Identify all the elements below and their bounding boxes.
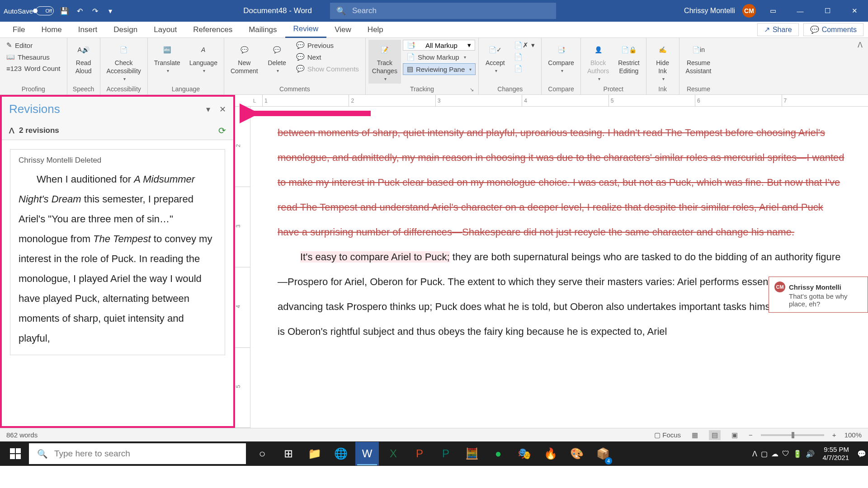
revision-item[interactable]: Chrissy Montelli Deleted When I audition… <box>10 149 225 355</box>
publisher-icon[interactable]: P <box>434 442 458 465</box>
ribbon-display-icon[interactable]: ▭ <box>763 3 783 19</box>
search-box[interactable]: 🔍 Search <box>330 3 556 19</box>
tab-home[interactable]: Home <box>33 22 70 38</box>
close-icon[interactable]: ✕ <box>844 3 864 19</box>
cortana-icon[interactable]: ○ <box>250 442 274 465</box>
tray-notifications-icon[interactable]: 💬 <box>857 450 866 458</box>
minimize-icon[interactable]: — <box>790 3 810 19</box>
check-accessibility-button[interactable]: 📄Check Accessibility <box>103 40 145 84</box>
collapse-ribbon-icon[interactable]: ᐱ <box>852 38 868 94</box>
refresh-icon[interactable]: ⟳ <box>218 125 226 136</box>
comment-card[interactable]: CM Chrissy Montelli That's gotta be why … <box>769 277 868 313</box>
next-change-button[interactable]: 📄 <box>510 63 538 74</box>
zoom-slider[interactable] <box>761 434 824 436</box>
zoom-in-icon[interactable]: + <box>832 431 836 439</box>
translate-button[interactable]: 🔤Translate <box>151 40 184 75</box>
reviewing-pane-button[interactable]: ▤Reviewing Pane <box>403 63 476 75</box>
language-button[interactable]: ALanguage <box>186 40 221 75</box>
accessibility-icon: 📄 <box>116 42 132 58</box>
app-icon-2[interactable]: 🔥 <box>539 442 562 465</box>
tab-file[interactable]: File <box>5 22 33 38</box>
word-count-status[interactable]: 862 words <box>6 431 38 439</box>
print-layout-icon[interactable]: ▤ <box>709 430 721 440</box>
show-comments-button[interactable]: 💬Show Comments <box>292 63 363 74</box>
reject-button[interactable]: 📄✗▾ <box>510 40 538 51</box>
tab-view[interactable]: View <box>326 22 359 38</box>
tray-volume-icon[interactable]: 🔊 <box>806 450 815 458</box>
save-icon[interactable]: 💾 <box>59 6 69 16</box>
app-icon-3[interactable]: 📦4 <box>591 442 615 465</box>
hide-ink-button[interactable]: ✍Hide Ink <box>649 40 676 84</box>
tab-references[interactable]: References <box>185 22 241 38</box>
vertical-ruler[interactable]: 2 3 4 5 <box>235 107 250 428</box>
web-layout-icon[interactable]: ▣ <box>729 430 741 440</box>
previous-comment-button[interactable]: 💬Previous <box>292 40 363 51</box>
next-comment-button[interactable]: 💬Next <box>292 52 363 62</box>
tab-review[interactable]: Review <box>285 22 327 38</box>
word-icon[interactable]: W <box>355 442 379 465</box>
file-explorer-icon[interactable]: 📁 <box>303 442 326 465</box>
autosave-toggle[interactable]: AutoSave Off <box>4 6 54 15</box>
revisions-dropdown-icon[interactable]: ▾ <box>206 104 210 114</box>
zoom-level[interactable]: 100% <box>844 431 862 439</box>
thesaurus-button[interactable]: 📖Thesaurus <box>3 52 64 62</box>
body-paragraph: It's easy to compare Ariel to Puck; they… <box>278 244 845 344</box>
track-changes-button[interactable]: 📝Track Changes <box>368 40 401 84</box>
tracking-launcher-icon[interactable]: ↘ <box>470 87 474 93</box>
revisions-close-icon[interactable]: ✕ <box>219 104 226 114</box>
previous-change-button[interactable]: 📄 <box>510 52 538 62</box>
task-view-icon[interactable]: ⊞ <box>277 442 300 465</box>
editor-button[interactable]: ✎Editor <box>3 40 64 51</box>
restrict-editing-button[interactable]: 📄🔒Restrict Editing <box>614 40 643 77</box>
tab-layout[interactable]: Layout <box>146 22 185 38</box>
markup-display-select[interactable]: 📑All Markup▾ <box>403 40 475 51</box>
tab-design[interactable]: Design <box>105 22 146 38</box>
tray-clock[interactable]: 9:55 PM 4/7/2021 <box>818 446 854 462</box>
zoom-out-icon[interactable]: − <box>749 431 753 439</box>
revisions-count: 2 revisions <box>19 126 59 135</box>
qat-customize-icon[interactable]: ▾ <box>105 6 115 16</box>
app-icon-1[interactable]: 🎭 <box>513 442 536 465</box>
chrome-icon[interactable]: 🌐 <box>329 442 353 465</box>
block-authors-button[interactable]: 👤Block Authors <box>584 40 613 84</box>
read-mode-icon[interactable]: ▦ <box>689 430 701 440</box>
accept-button[interactable]: 📄✓Accept <box>481 40 509 75</box>
group-tracking: Tracking↘ <box>368 84 476 94</box>
undo-icon[interactable]: ↶ <box>75 6 85 16</box>
excel-icon[interactable]: X <box>382 442 405 465</box>
new-comment-icon: 💬 <box>236 42 252 58</box>
start-button[interactable] <box>2 441 29 466</box>
tray-onedrive-icon[interactable]: ☁ <box>771 450 778 458</box>
tab-insert[interactable]: Insert <box>70 22 106 38</box>
share-icon: ↗ <box>764 25 770 34</box>
chevron-up-icon[interactable]: ᐱ <box>9 126 14 136</box>
user-name[interactable]: Chrissy Montelli <box>684 7 735 15</box>
read-aloud-button[interactable]: A🔊Read Aloud <box>70 40 97 77</box>
document-page[interactable]: between moments of sharp, quiet intensit… <box>250 107 868 428</box>
user-avatar[interactable]: CM <box>742 4 756 18</box>
powerpoint-icon[interactable]: P <box>408 442 431 465</box>
new-comment-button[interactable]: 💬New Comment <box>227 40 262 77</box>
compare-button[interactable]: 📑Compare <box>544 40 578 75</box>
calculator-icon[interactable]: 🧮 <box>460 442 484 465</box>
tab-mailings[interactable]: Mailings <box>241 22 285 38</box>
group-comments: Comments <box>227 84 363 94</box>
show-markup-button[interactable]: 📄Show Markup <box>403 52 476 62</box>
resume-assistant-button[interactable]: 📄inResume Assistant <box>682 40 715 77</box>
tray-battery-icon[interactable]: 🔋 <box>793 450 802 458</box>
word-count-button[interactable]: ≡123Word Count <box>3 63 64 74</box>
restrict-icon: 📄🔒 <box>621 42 637 58</box>
maximize-icon[interactable]: ☐ <box>817 3 837 19</box>
tray-meet-icon[interactable]: ▢ <box>761 450 768 458</box>
taskbar-search[interactable]: 🔍 Type here to search <box>29 443 246 464</box>
share-button[interactable]: ↗Share <box>757 23 799 36</box>
tray-chevron-icon[interactable]: ᐱ <box>752 450 757 458</box>
delete-comment-button[interactable]: 💬Delete <box>264 40 291 75</box>
paint-icon[interactable]: 🎨 <box>565 442 589 465</box>
tray-security-icon[interactable]: 🛡 <box>782 450 789 458</box>
redo-icon[interactable]: ↷ <box>90 6 100 16</box>
tab-help[interactable]: Help <box>359 22 392 38</box>
spotify-icon[interactable]: ● <box>486 442 510 465</box>
focus-button[interactable]: ▢ Focus <box>654 431 681 439</box>
comments-button[interactable]: 💬Comments <box>803 23 863 36</box>
